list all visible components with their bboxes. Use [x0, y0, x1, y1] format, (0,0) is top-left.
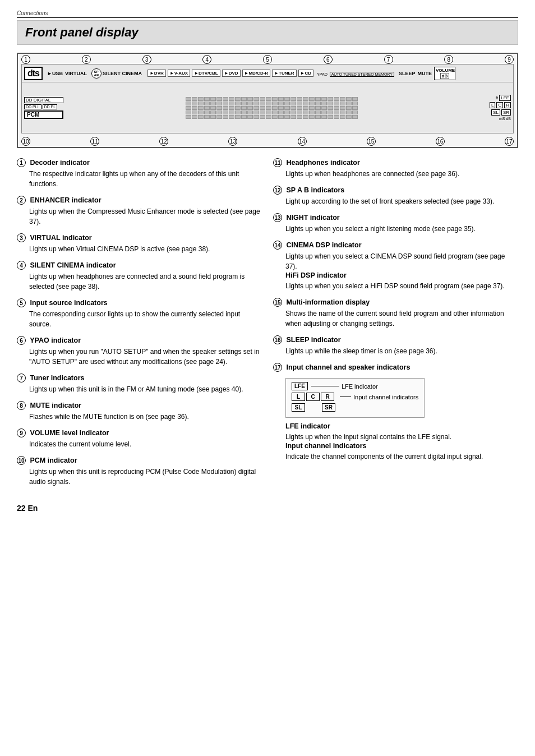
panel-inner: dts ►USB VIRTUAL SPAB SILENT CINEMA ►DVR…: [21, 64, 514, 133]
circle-4: 4: [17, 261, 26, 270]
circle-6: 6: [17, 336, 26, 345]
pcm-box: PCM: [24, 110, 63, 119]
num-9: 9: [505, 55, 514, 64]
circle-2: 2: [17, 196, 26, 205]
indicator-enhancer: 2 ENHANCER indicator Lights up when the …: [17, 196, 262, 227]
dvr-src: ►DVR: [147, 70, 166, 77]
num-10: 10: [21, 137, 30, 146]
slsr-indicator-row: SL SR: [292, 403, 418, 412]
headphones-text: Lights up when headphones are connected …: [273, 169, 518, 179]
circle-1: 1: [17, 158, 26, 167]
circle-13: 13: [273, 213, 282, 222]
panel-row1: dts ►USB VIRTUAL SPAB SILENT CINEMA ►DVR…: [22, 64, 513, 82]
digital-box: DD DIGITAL: [24, 97, 63, 103]
silent-cinema-text: Lights up when headphones are connected …: [17, 271, 262, 292]
ypao-text: Lights up when you run "AUTO SETUP" and …: [17, 347, 262, 367]
indicator-ypao: 6 YPAO indicator Lights up when you run …: [17, 336, 262, 367]
tuner-src: ►TUNER: [272, 70, 296, 77]
indicator-input-channel: 17 Input channel and speaker indicators …: [273, 363, 518, 462]
segment-display-area: [186, 97, 358, 119]
mute-title: 8 MUTE indicator: [17, 401, 262, 410]
sr-indicator: SR: [322, 403, 335, 412]
pl-box: DD PL: [43, 104, 58, 109]
sleep-label: SLEEP: [399, 71, 416, 76]
enhancer-title: 2 ENHANCER indicator: [17, 196, 262, 205]
tuner-title: 7 Tuner indicators: [17, 374, 262, 382]
volume-label: VOLUME: [436, 68, 454, 73]
panel-row2: DD DIGITAL DD PLII DD PL PCM: [22, 82, 513, 133]
decoder-title: 1 Decoder indicator: [17, 158, 262, 167]
dts-box: dts: [24, 67, 43, 80]
sl-indicator: SL: [292, 403, 305, 412]
spab-text: Light up according to the set of front s…: [273, 196, 518, 206]
pcm-text: Lights up when this unit is reproducing …: [17, 467, 262, 487]
num-17: 17: [505, 137, 514, 146]
channel-diagram: LFE LFE indicator L C R: [285, 378, 425, 418]
input-channel-desc: Input channel indicators: [353, 394, 418, 400]
num-15: 15: [367, 137, 376, 146]
sleep-text: Lights up while the sleep timer is on (s…: [273, 346, 518, 356]
circle-9: 9: [17, 428, 26, 437]
indicator-decoder: 1 Decoder indicator The respective indic…: [17, 158, 262, 189]
lfe-box: LFE: [499, 95, 511, 101]
sp-circle: SPAB: [91, 68, 102, 79]
volume-box: VOLUME dB: [434, 67, 455, 80]
enhancer-text: Lights up when the Compressed Music Enha…: [17, 206, 262, 227]
input-channel-indicators-title: Input channel indicators: [273, 442, 518, 450]
mute-text: Flashes while the MUTE function is on (s…: [17, 412, 262, 422]
circle-7: 7: [17, 374, 26, 382]
num-13: 13: [228, 137, 237, 146]
lcr-indicator-row: L C R Input channel indicators: [292, 393, 418, 401]
indicator-headphones: 11 Headphones indicator Lights up when h…: [273, 158, 518, 179]
multi-info-text: Shows the name of the current sound fiel…: [273, 308, 518, 329]
input-source-text: The corresponding cursor lights up to sh…: [17, 309, 262, 329]
usb-label: ►USB: [47, 71, 63, 76]
tuner-text: Lights up when this unit is in the FM or…: [17, 384, 262, 394]
num-16: 16: [436, 137, 445, 146]
panel-numbers-bottom: 10 11 12 13 14 15 16 17: [21, 137, 514, 146]
num-5: 5: [263, 55, 272, 64]
dvd-src: ►DVD: [222, 70, 241, 77]
virtual-title: 3 VIRTUAL indicator: [17, 233, 262, 242]
ft-label: ft: [496, 95, 498, 100]
panel-numbers-top: 1 2 3 4 5 6 7 8 9: [21, 55, 514, 64]
circle-14: 14: [273, 241, 282, 250]
c-box: C: [496, 102, 503, 108]
indicator-input-source: 5 Input source indicators The correspond…: [17, 298, 262, 329]
num-3: 3: [142, 55, 151, 64]
indicator-virtual: 3 VIRTUAL indicator Lights up when Virtu…: [17, 233, 262, 254]
vaux-src: ►V-AUX: [168, 70, 190, 77]
night-text: Lights up when you select a night listen…: [273, 224, 518, 234]
num-2: 2: [82, 55, 91, 64]
indicator-spab: 12 SP A B indicators Light up according …: [273, 186, 518, 206]
num-6: 6: [324, 55, 333, 64]
indicator-volume: 9 VOLUME level indicator Indicates the c…: [17, 428, 262, 449]
page-title: Front panel display: [17, 20, 518, 45]
virtual-text: Lights up when Virtual CINEMA DSP is act…: [17, 244, 262, 254]
cinema-dsp-text: Lights up when you select a CINEMA DSP s…: [273, 251, 518, 271]
l-box: L: [490, 102, 495, 108]
indicator-pcm: 10 PCM indicator Lights up when this uni…: [17, 456, 262, 487]
input-channel-indicators-text: Indicate the channel components of the c…: [273, 451, 518, 462]
right-column: 11 Headphones indicator Lights up when h…: [273, 158, 518, 513]
num-11: 11: [90, 137, 99, 146]
mute-label: MUTE: [417, 71, 432, 76]
lfe-indicator-title: LFE indicator: [273, 422, 518, 430]
lfe-row: LFE LFE indicator: [292, 382, 418, 390]
circle-10: 10: [17, 456, 26, 465]
circle-12: 12: [273, 186, 282, 195]
num-4: 4: [202, 55, 211, 64]
num-12: 12: [159, 137, 168, 146]
l-indicator: L: [292, 393, 305, 401]
indicator-tuner: 7 Tuner indicators Lights up when this u…: [17, 374, 262, 394]
input-source-title: 5 Input source indicators: [17, 298, 262, 307]
hifi-dsp-title: HiFi DSP indicator: [273, 271, 518, 279]
page-number: 22 En: [17, 504, 262, 513]
night-title: 13 NIGHT indicator: [273, 213, 518, 222]
indicator-mute: 8 MUTE indicator Flashes while the MUTE …: [17, 401, 262, 422]
lcr-row: L C R: [490, 102, 511, 108]
volume-text: Indicates the current volume level.: [17, 439, 262, 449]
silent-cinema-label: SILENT CINEMA: [103, 71, 142, 76]
virtual-label: VIRTUAL: [65, 71, 87, 76]
circle-16: 16: [273, 335, 282, 344]
